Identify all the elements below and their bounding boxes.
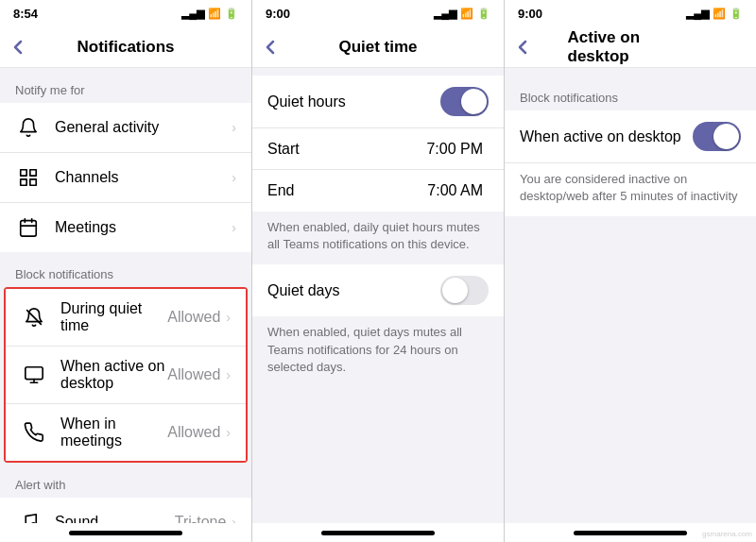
svg-rect-3	[30, 179, 36, 185]
music-icon	[15, 509, 42, 523]
status-bar-2: 9:00 ▂▄▆ 📶 🔋	[252, 0, 504, 26]
svg-rect-0	[21, 170, 26, 176]
meetings-item[interactable]: Meetings ›	[0, 203, 251, 252]
chevron-channels: ›	[232, 170, 236, 185]
time-1: 8:54	[13, 7, 38, 21]
quiet-days-label: Quiet days	[267, 282, 440, 299]
signal-icon-2: ▂▄▆	[434, 8, 456, 20]
home-bar-1	[69, 531, 182, 535]
when-active-label: When active on desktop	[520, 128, 693, 145]
wifi-icon-3: 📶	[713, 8, 726, 20]
start-value: 7:00 PM	[426, 141, 483, 158]
page-title-2: Quiet time	[338, 38, 417, 57]
toggle-knob-qd	[442, 278, 468, 303]
status-icons-2: ▂▄▆ 📶 🔋	[434, 8, 490, 20]
nav-bar-2: Quiet time	[252, 26, 504, 68]
quiet-days-item[interactable]: Quiet days	[252, 264, 504, 316]
end-item[interactable]: End 7:00 AM	[252, 170, 504, 212]
in-meetings-label: When in meetings	[60, 415, 167, 449]
general-activity-label: General activity	[55, 119, 232, 136]
alert-section-label: Alert with	[0, 463, 251, 498]
time-2: 9:00	[266, 7, 290, 21]
status-icons-3: ▂▄▆ 📶 🔋	[686, 8, 743, 20]
quiet-hours-toggle[interactable]	[440, 87, 489, 116]
home-bar-3	[574, 531, 687, 535]
quiet-days-toggle[interactable]	[440, 276, 489, 305]
block-notifications-list: During quiet time Allowed › When active …	[4, 287, 248, 463]
notifications-content: Notify me for General activity ›	[0, 68, 251, 523]
when-active-toggle[interactable]	[693, 122, 741, 151]
start-label: Start	[267, 141, 426, 158]
notify-list: General activity › Channels ›	[0, 103, 251, 252]
in-meetings-value: Allowed	[167, 424, 220, 441]
quiet-time-content: Quiet hours Start 7:00 PM End 7:00 AM Wh…	[252, 68, 504, 523]
active-desktop-value: Allowed	[167, 366, 220, 383]
end-value: 7:00 AM	[427, 182, 483, 199]
chevron-in-meetings: ›	[226, 425, 231, 440]
meetings-label: Meetings	[55, 219, 232, 236]
back-button-1[interactable]	[13, 40, 23, 55]
status-bar-3: 9:00 ▂▄▆ 📶 🔋	[505, 0, 756, 26]
battery-icon: 🔋	[225, 8, 238, 20]
phone-icon	[21, 419, 47, 446]
block-section-label: Block notifications	[0, 252, 251, 287]
toggle-knob-qh	[461, 89, 487, 114]
channels-item[interactable]: Channels ›	[0, 153, 251, 203]
watermark: gsmarena.com	[702, 530, 752, 538]
status-bar-1: 8:54 ▂▄▆ 📶 🔋	[0, 0, 251, 26]
active-desktop-content: Block notifications When active on deskt…	[505, 68, 756, 523]
chevron-meetings: ›	[232, 220, 236, 235]
chevron-quiet-time: ›	[226, 310, 231, 325]
svg-rect-1	[30, 170, 36, 176]
nav-bar-3: Active on desktop	[505, 26, 756, 68]
quiet-hours-item[interactable]: Quiet hours	[252, 76, 504, 128]
active-desktop-list: When active on desktop You are considere…	[505, 110, 756, 216]
quiet-hours-desc: When enabled, daily quiet hours mutes al…	[252, 212, 504, 264]
chevron-active-desktop: ›	[226, 367, 231, 382]
general-activity-item[interactable]: General activity ›	[0, 103, 251, 153]
in-meetings-item[interactable]: When in meetings Allowed ›	[6, 404, 246, 461]
battery-icon-3: 🔋	[730, 8, 743, 20]
quiet-days-list: Quiet days	[252, 264, 504, 316]
quiet-days-desc: When enabled, quiet days mutes all Teams…	[252, 316, 504, 387]
alert-list: Sound Tri-tone › Vibration (in-app only)	[0, 498, 251, 523]
notifications-panel: 8:54 ▂▄▆ 📶 🔋 Notifications Notify me for	[0, 0, 251, 542]
end-label: End	[267, 182, 427, 199]
active-desktop-item[interactable]: When active on desktop Allowed ›	[6, 347, 246, 404]
sound-item[interactable]: Sound Tri-tone ›	[0, 498, 251, 523]
svg-rect-4	[21, 221, 37, 237]
channel-icon	[15, 164, 42, 191]
start-item[interactable]: Start 7:00 PM	[252, 128, 504, 170]
quiet-time-item[interactable]: During quiet time Allowed ›	[6, 289, 246, 347]
wifi-icon-2: 📶	[460, 8, 473, 20]
active-desktop-desc: You are considered inactive on desktop/w…	[505, 163, 756, 216]
active-desktop-label: When active on desktop	[60, 358, 167, 392]
back-button-3[interactable]	[518, 40, 527, 55]
page-title-3: Active on desktop	[568, 28, 694, 66]
quiet-time-label: During quiet time	[60, 300, 167, 334]
quiet-time-value: Allowed	[167, 309, 220, 326]
bell-icon	[15, 114, 42, 141]
battery-icon-2: 🔋	[477, 8, 490, 20]
wifi-icon: 📶	[208, 8, 221, 20]
chevron-sound: ›	[232, 515, 236, 523]
active-desktop-panel: 9:00 ▂▄▆ 📶 🔋 Active on desktop Block not…	[504, 0, 756, 542]
sound-value: Tri-tone	[175, 514, 227, 523]
notify-section-label: Notify me for	[0, 68, 251, 103]
calendar-icon	[15, 214, 42, 241]
block-section-label-3: Block notifications	[505, 76, 756, 110]
sound-label: Sound	[55, 514, 175, 523]
back-button-2[interactable]	[266, 40, 275, 55]
nav-bar-1: Notifications	[0, 26, 251, 68]
home-bar-2	[321, 531, 435, 535]
monitor-icon	[21, 362, 47, 388]
page-title-1: Notifications	[77, 38, 175, 57]
channels-label: Channels	[55, 169, 232, 186]
toggle-knob-wa	[713, 124, 739, 149]
chevron-general: ›	[232, 120, 236, 135]
quiet-hours-list: Quiet hours Start 7:00 PM End 7:00 AM	[252, 76, 504, 212]
quiet-hours-label: Quiet hours	[267, 93, 440, 110]
when-active-item[interactable]: When active on desktop	[505, 110, 756, 163]
home-indicator-2	[252, 523, 504, 542]
svg-rect-2	[21, 179, 26, 185]
